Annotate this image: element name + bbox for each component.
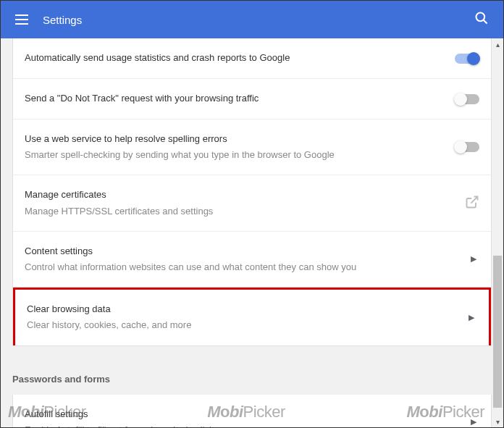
chevron-right-icon: ▶ [471,417,476,427]
row-title: Use a web service to help resolve spelli… [25,133,455,146]
page-title: Settings [43,14,474,26]
row-subtitle: Smarter spell-checking by sending what y… [25,148,455,161]
row-content-settings[interactable]: Content settings Control what informatio… [13,232,491,288]
menu-icon[interactable] [15,14,28,25]
row-subtitle: Manage HTTPS/SSL certificates and settin… [25,205,465,218]
row-clear-browsing-data[interactable]: Clear browsing data Clear history, cooki… [13,288,491,345]
content-area: Automatically send usage statistics and … [1,38,503,427]
privacy-card: Automatically send usage statistics and … [12,38,492,346]
passwords-card: Autofill settings Enable Autofill to fil… [12,395,492,428]
chevron-right-icon: ▶ [469,313,474,322]
scroll-thumb[interactable] [493,256,502,408]
search-icon[interactable] [474,11,489,28]
svg-line-2 [471,196,477,203]
row-autofill[interactable]: Autofill settings Enable Autofill to fil… [13,395,491,428]
row-text: Send a "Do Not Track" request with your … [25,92,455,105]
row-spellcheck[interactable]: Use a web service to help resolve spelli… [13,119,491,175]
toggle-usage-stats[interactable] [455,54,479,64]
row-title: Autofill settings [25,408,471,421]
row-title: Automatically send usage statistics and … [25,51,455,64]
row-subtitle: Enable Autofill to fill out forms in a s… [25,424,471,427]
external-link-icon [465,195,479,212]
row-text: Use a web service to help resolve spelli… [25,133,455,161]
row-title: Manage certificates [25,188,465,201]
row-dnt[interactable]: Send a "Do Not Track" request with your … [13,79,491,119]
row-text: Clear browsing data Clear history, cooki… [27,303,469,332]
section-header-passwords: Passwords and forms [1,364,503,395]
scrollbar[interactable]: ▴ ▾ [492,38,503,427]
svg-line-1 [484,20,487,24]
chevron-right-icon: ▶ [471,254,476,264]
row-text: Content settings Control what informatio… [25,245,471,274]
scroll-down-icon[interactable]: ▾ [492,416,503,427]
row-subtitle: Control what information websites can us… [25,261,471,274]
toggle-dnt[interactable] [455,94,479,104]
row-title: Send a "Do Not Track" request with your … [25,92,455,105]
scroll-up-icon[interactable]: ▴ [492,38,503,50]
row-text: Manage certificates Manage HTTPS/SSL cer… [25,188,465,217]
app-header: Settings [1,1,503,38]
row-subtitle: Clear history, cookies, cache, and more [27,319,469,332]
toggle-spellcheck[interactable] [455,142,479,152]
row-title: Content settings [25,245,471,258]
row-text: Autofill settings Enable Autofill to fil… [25,408,471,428]
svg-point-0 [476,13,485,22]
row-usage-stats[interactable]: Automatically send usage statistics and … [13,38,491,79]
row-text: Automatically send usage statistics and … [25,51,455,64]
row-title: Clear browsing data [27,303,469,316]
row-manage-certs[interactable]: Manage certificates Manage HTTPS/SSL cer… [13,175,491,231]
